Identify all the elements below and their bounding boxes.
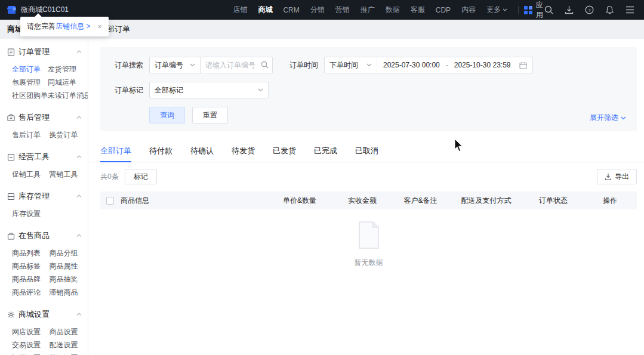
sidebar-item[interactable]: 商品标签 (12, 260, 50, 273)
tab-all-orders[interactable]: 全部订单 (100, 141, 131, 162)
time-type-select[interactable]: 下单时间 (325, 57, 377, 73)
tooltip-text: 请您完善 (27, 21, 56, 32)
topnav-item[interactable]: 内容 (456, 5, 481, 15)
table-header-cell: 订单状态 (523, 196, 583, 206)
order-time-filter: 下单时间 2025-07-30 00:00 - 2025-10-30 23:59 (324, 57, 533, 73)
order-time-label: 订单时间 (289, 60, 318, 70)
svg-text:?: ? (588, 8, 591, 13)
empty-state: 暂无数据 (100, 209, 637, 268)
tab-pending-shipment[interactable]: 待发货 (232, 141, 255, 162)
chevron-up-icon (76, 155, 82, 159)
topnav-more[interactable]: 更多 (481, 5, 513, 15)
shop-info-link[interactable]: 店铺信息 > (56, 21, 90, 32)
sidebar-section-tools[interactable]: 经营工具 (0, 146, 88, 166)
sidebar-section-products[interactable]: 在售商品 (0, 225, 88, 245)
sidebar-item[interactable]: 滞销商品 (50, 286, 87, 299)
search-icon[interactable] (544, 5, 553, 14)
apps-button[interactable]: 应用 (524, 0, 544, 20)
section-title: 售后管理 (19, 112, 50, 123)
order-tag-select[interactable]: 全部标记 (149, 82, 269, 98)
tab-completed[interactable]: 已完成 (314, 141, 337, 162)
sidebar-item[interactable]: 商品品牌 (12, 273, 50, 286)
sidebar-item[interactable]: 促销工具 (12, 168, 50, 181)
shop-logo-icon (7, 5, 17, 14)
empty-text: 暂无数据 (100, 258, 637, 268)
sidebar-item[interactable]: 商品分组 (50, 246, 87, 260)
sidebar-item[interactable]: 商品列表 (12, 246, 50, 260)
sidebar-section-settings[interactable]: 商城设置 (0, 304, 88, 324)
topnav-more-label: 更多 (486, 5, 501, 15)
date-start-input[interactable]: 2025-07-30 00:00 (377, 61, 446, 69)
sidebar-item[interactable]: 商品属性 (50, 260, 87, 273)
sidebar-item[interactable]: 包裹管理 (12, 76, 48, 89)
topnav-item[interactable]: 推广 (355, 5, 380, 15)
topnav-item[interactable]: 营销 (330, 5, 355, 15)
topnav-item[interactable]: 客服 (405, 5, 430, 15)
sidebar-item[interactable]: 商品设置 (50, 325, 87, 338)
section-title: 商城设置 (19, 309, 50, 320)
calendar-icon[interactable] (519, 61, 527, 69)
tab-pending-confirm[interactable]: 待确认 (190, 141, 214, 162)
date-end-input[interactable]: 2025-10-30 23:59 (448, 61, 517, 69)
close-icon[interactable]: × (97, 22, 102, 31)
help-icon[interactable]: ? (585, 5, 594, 14)
order-icon (7, 48, 15, 56)
order-tag-label: 订单标记 (115, 85, 143, 95)
bell-icon[interactable] (605, 5, 614, 14)
export-button[interactable]: 导出 (597, 169, 637, 184)
query-button[interactable]: 查询 (149, 107, 185, 124)
sidebar-section-order-management[interactable]: 订单管理 (0, 41, 88, 61)
topnav-item[interactable]: CRM (278, 6, 304, 14)
filter-panel: 订单搜索 订单编号 订单时间 下单时间 2025-07-30 00:00 (100, 47, 637, 131)
topnav-item[interactable]: 店铺 (227, 5, 252, 15)
section-title: 订单管理 (19, 47, 50, 57)
sidebar-section-inventory[interactable]: 库存管理 (0, 186, 88, 206)
sidebar-section-aftersale[interactable]: 售后管理 (0, 107, 88, 127)
section-title: 在售商品 (19, 230, 50, 241)
sidebar-item[interactable]: 未读订单消息 (48, 89, 88, 102)
orders-table-header: 商品信息 单价&数量 实收金额 客户&备注 配送及支付方式 订单状态 操作 (100, 192, 637, 209)
sidebar-item[interactable]: 商品抽奖 (50, 273, 87, 286)
sidebar-item[interactable]: 售后订单 (12, 128, 50, 141)
sidebar-item[interactable]: 社区团购单 (12, 89, 48, 102)
expand-filters-link[interactable]: 展开筛选 (590, 113, 626, 123)
select-all-checkbox[interactable] (106, 197, 114, 205)
sidebar-item[interactable]: 商品评论 (12, 286, 50, 299)
sidebar-item[interactable]: 同城运单 (48, 76, 88, 89)
sidebar-item[interactable]: 发货管理 (48, 63, 88, 76)
sidebar-item[interactable]: 订单设置 (12, 351, 50, 355)
sidebar-item[interactable]: 换货订单 (50, 128, 87, 141)
download-icon[interactable] (565, 5, 574, 14)
empty-document-icon (355, 220, 383, 250)
chevron-up-icon (76, 50, 82, 54)
app-logo[interactable]: 微商城C01C01 (0, 5, 117, 15)
search-icon[interactable] (261, 61, 269, 69)
topnav-item[interactable]: CDP (430, 6, 456, 14)
sidebar-item[interactable]: 网店设置 (12, 325, 50, 338)
reset-button[interactable]: 重置 (192, 107, 228, 124)
tab-cancelled[interactable]: 已取消 (355, 141, 378, 162)
topnav-item[interactable]: 数据 (380, 5, 405, 15)
tab-shipped[interactable]: 已发货 (273, 141, 296, 162)
chevron-up-icon (76, 116, 82, 119)
aftersale-icon (7, 114, 15, 122)
table-header-cell: 客户&备注 (392, 196, 449, 206)
tab-pending-payment[interactable]: 待付款 (149, 141, 172, 162)
sidebar-item[interactable]: 交易设置 (12, 338, 50, 351)
caret-down-icon (503, 8, 507, 11)
export-label: 导出 (615, 172, 629, 182)
sidebar-item[interactable]: 配送设置 (50, 338, 87, 351)
sidebar-item[interactable]: 单据设置 (50, 351, 87, 355)
mark-button[interactable]: 标记 (125, 169, 157, 184)
section-title: 经营工具 (19, 152, 50, 162)
sidebar-item[interactable]: 营销工具 (50, 168, 87, 181)
menu-icon[interactable] (625, 6, 634, 14)
inventory-icon (7, 193, 15, 200)
order-search-type-select[interactable]: 订单编号 (149, 57, 201, 73)
topnav-item-active[interactable]: 商城 (252, 5, 278, 15)
sidebar-item[interactable]: 库存设置 (12, 207, 50, 220)
sidebar-item-all-orders[interactable]: 全部订单 (12, 63, 48, 76)
goods-icon (7, 232, 15, 240)
topnav-item[interactable]: 分销 (305, 5, 330, 15)
divider (518, 6, 519, 14)
